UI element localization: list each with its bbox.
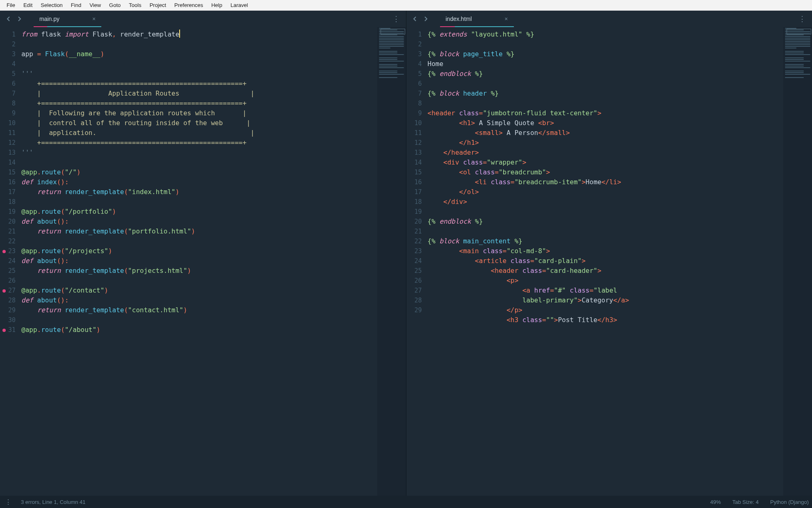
menu-goto[interactable]: Goto: [105, 1, 125, 9]
status-zoom[interactable]: 49%: [710, 499, 721, 505]
tab-index-html[interactable]: index.html ×: [440, 11, 514, 27]
left-pane: main.py × ⋮ 1234567891011121314151617181…: [0, 11, 406, 496]
menu-file[interactable]: File: [2, 1, 19, 9]
minimap[interactable]: [377, 27, 406, 496]
tabstrip-left: main.py × ⋮: [0, 11, 406, 27]
menu-edit[interactable]: Edit: [19, 1, 36, 9]
menu-preferences[interactable]: Preferences: [170, 1, 207, 9]
menubar: FileEditSelectionFindViewGotoToolsProjec…: [0, 0, 812, 11]
status-tabsize[interactable]: Tab Size: 4: [732, 499, 759, 505]
close-icon[interactable]: ×: [504, 16, 508, 22]
gutter: 1234567891011121314151617181920212223242…: [0, 27, 21, 496]
menu-laravel[interactable]: Laravel: [226, 1, 252, 9]
close-icon[interactable]: ×: [92, 16, 96, 22]
status-syntax[interactable]: Python (Django): [770, 499, 809, 505]
code-surface[interactable]: from flask import Flask, render_template…: [21, 27, 377, 496]
gutter: 1234567891011121314151617181920212223242…: [406, 27, 428, 496]
tabstrip-right: index.html × ⋮: [406, 11, 812, 27]
menu-tools[interactable]: Tools: [125, 1, 145, 9]
right-pane: index.html × ⋮ 1234567891011121314151617…: [406, 11, 812, 496]
menu-icon[interactable]: ⋮: [3, 498, 14, 506]
nav-forward-icon[interactable]: [15, 14, 24, 23]
tab-main-py[interactable]: main.py ×: [34, 11, 101, 27]
tab-title: index.html: [446, 16, 472, 22]
menu-help[interactable]: Help: [207, 1, 226, 9]
editor-right[interactable]: 1234567891011121314151617181920212223242…: [406, 27, 812, 496]
workspace: main.py × ⋮ 1234567891011121314151617181…: [0, 11, 812, 496]
code-surface[interactable]: {% extends "layout.html" %} {% block pag…: [428, 27, 784, 496]
menu-find[interactable]: Find: [67, 1, 85, 9]
nav-forward-icon[interactable]: [421, 14, 430, 23]
tab-title: main.py: [39, 16, 59, 22]
menu-project[interactable]: Project: [146, 1, 170, 9]
editor-left[interactable]: 1234567891011121314151617181920212223242…: [0, 27, 406, 496]
menu-view[interactable]: View: [85, 1, 105, 9]
more-icon[interactable]: ⋮: [795, 12, 810, 26]
minimap[interactable]: [783, 27, 812, 496]
more-icon[interactable]: ⋮: [389, 12, 404, 26]
status-errors[interactable]: 3 errors, Line 1, Column 41: [21, 499, 86, 505]
statusbar: ⋮ 3 errors, Line 1, Column 41 49% Tab Si…: [0, 496, 812, 508]
nav-back-icon[interactable]: [4, 14, 13, 23]
menu-selection[interactable]: Selection: [36, 1, 66, 9]
nav-back-icon[interactable]: [411, 14, 420, 23]
